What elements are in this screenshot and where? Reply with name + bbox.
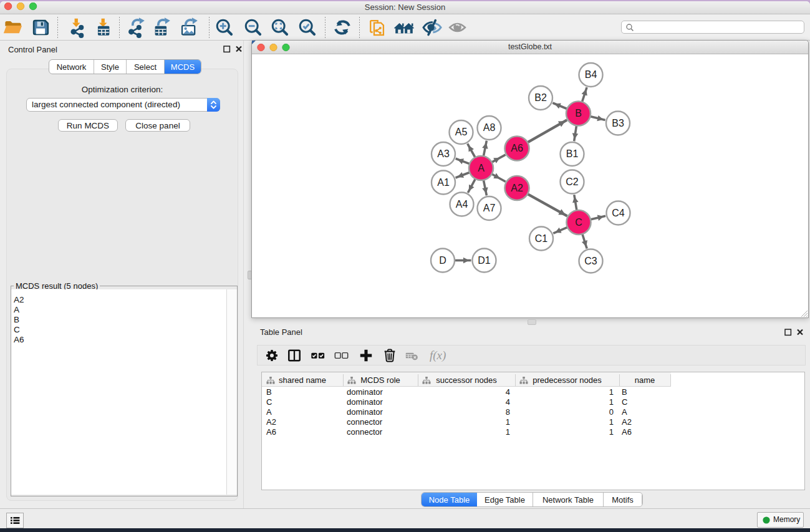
svg-text:B2: B2	[534, 92, 547, 103]
svg-text:B1: B1	[566, 148, 579, 159]
svg-text:A6: A6	[511, 143, 523, 153]
svg-text:D: D	[439, 255, 446, 266]
svg-text:A8: A8	[483, 122, 496, 133]
svg-text:A4: A4	[456, 199, 468, 210]
svg-text:A5: A5	[455, 127, 468, 137]
svg-text:C: C	[575, 217, 582, 228]
svg-text:B4: B4	[585, 69, 597, 80]
svg-text:C4: C4	[612, 208, 625, 218]
svg-text:C3: C3	[584, 256, 597, 266]
svg-text:D1: D1	[478, 255, 491, 266]
svg-text:A: A	[478, 163, 485, 173]
svg-text:A2: A2	[511, 183, 523, 193]
svg-text:B3: B3	[612, 118, 624, 128]
svg-text:A7: A7	[483, 203, 496, 213]
svg-text:C1: C1	[535, 233, 548, 244]
svg-text:A1: A1	[437, 177, 450, 188]
svg-text:A3: A3	[437, 148, 450, 159]
svg-text:B: B	[575, 108, 582, 118]
svg-text:C2: C2	[566, 177, 579, 187]
